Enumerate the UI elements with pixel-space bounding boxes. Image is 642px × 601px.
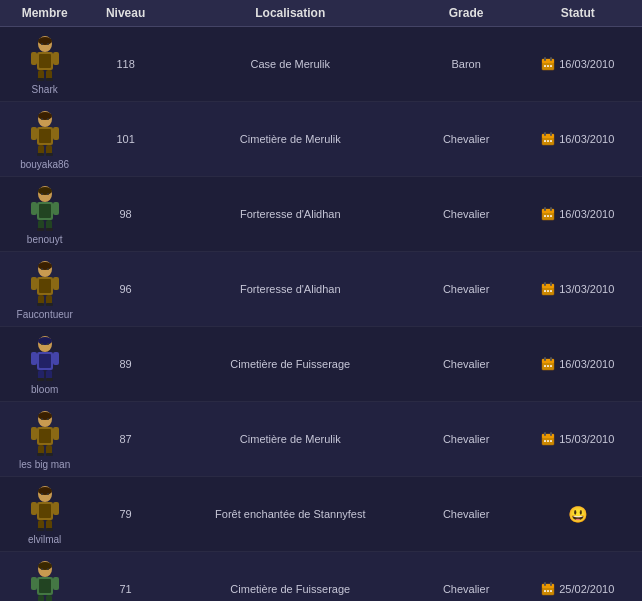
- svg-rect-110: [550, 432, 552, 436]
- membre-cell: elvilmal: [0, 477, 89, 552]
- username-label: bouyaka86: [20, 159, 69, 170]
- niveau-cell: 79: [89, 477, 162, 552]
- svg-rect-141: [550, 582, 552, 586]
- svg-rect-112: [547, 440, 549, 442]
- svg-rect-53: [550, 207, 552, 211]
- svg-point-116: [41, 493, 43, 495]
- statut-cell: 16/03/2010: [514, 177, 642, 252]
- svg-rect-81: [39, 354, 51, 368]
- svg-rect-30: [46, 153, 53, 156]
- table-row: axel101571Cimetière de FuisserageChevali…: [0, 552, 642, 602]
- localisation-cell: Cimetière de Fuisserage: [162, 327, 419, 402]
- statut-date: 16/03/2010: [559, 133, 614, 145]
- svg-rect-75: [550, 290, 552, 292]
- svg-rect-143: [547, 590, 549, 592]
- svg-rect-55: [547, 215, 549, 217]
- svg-point-1: [38, 37, 52, 45]
- grade-cell: Chevalier: [419, 552, 514, 602]
- membre-cell: les big man: [0, 402, 89, 477]
- niveau-cell: 101: [89, 102, 162, 177]
- svg-rect-87: [46, 378, 53, 381]
- svg-rect-11: [46, 78, 53, 81]
- table-body: Shark118Case de MerulikBaron 16/03/2010 …: [0, 27, 642, 602]
- members-table-container: Membre Niveau Localisation Grade Statut …: [0, 0, 642, 601]
- statut-cell: 25/02/2010: [514, 552, 642, 602]
- svg-rect-54: [544, 215, 546, 217]
- svg-rect-142: [544, 590, 546, 592]
- calendar-icon: [541, 282, 555, 296]
- niveau-cell: 71: [89, 552, 162, 602]
- svg-point-41: [47, 193, 49, 195]
- svg-rect-52: [544, 207, 546, 211]
- table-row: les big man87Cimetière de MerulikChevali…: [0, 402, 642, 477]
- svg-rect-82: [31, 352, 37, 365]
- grade-cell: Chevalier: [419, 327, 514, 402]
- svg-rect-100: [39, 429, 51, 443]
- svg-point-20: [38, 112, 52, 120]
- svg-point-127: [38, 562, 52, 570]
- svg-rect-6: [31, 52, 37, 65]
- svg-rect-109: [544, 432, 546, 436]
- grade-cell: Chevalier: [419, 477, 514, 552]
- svg-rect-63: [31, 277, 37, 290]
- svg-rect-26: [53, 127, 59, 140]
- header-niveau: Niveau: [89, 0, 162, 27]
- membre-cell: bloom: [0, 327, 89, 402]
- svg-point-58: [38, 262, 52, 270]
- svg-rect-92: [544, 365, 546, 367]
- svg-rect-18: [550, 65, 552, 67]
- svg-rect-36: [547, 140, 549, 142]
- svg-rect-132: [31, 577, 37, 590]
- svg-point-117: [47, 493, 49, 495]
- svg-rect-121: [53, 502, 59, 515]
- svg-rect-34: [550, 132, 552, 136]
- table-row: Shark118Case de MerulikBaron 16/03/2010: [0, 27, 642, 102]
- svg-rect-45: [53, 202, 59, 215]
- grade-cell: Chevalier: [419, 402, 514, 477]
- svg-rect-113: [550, 440, 552, 442]
- statut-cell: 16/03/2010: [514, 27, 642, 102]
- svg-rect-70: [542, 284, 554, 288]
- svg-point-98: [47, 418, 49, 420]
- statut-date: 16/03/2010: [559, 208, 614, 220]
- calendar-icon: [541, 582, 555, 596]
- localisation-cell: Forêt enchantée de Stannyfest: [162, 477, 419, 552]
- svg-rect-111: [544, 440, 546, 442]
- grade-cell: Chevalier: [419, 102, 514, 177]
- svg-rect-135: [46, 595, 52, 601]
- svg-rect-74: [547, 290, 549, 292]
- header-grade: Grade: [419, 0, 514, 27]
- svg-rect-62: [39, 279, 51, 293]
- svg-rect-14: [544, 57, 546, 61]
- svg-rect-56: [550, 215, 552, 217]
- statut-date: 15/03/2010: [559, 433, 614, 445]
- svg-rect-105: [37, 453, 44, 456]
- svg-rect-131: [39, 579, 51, 593]
- svg-rect-89: [542, 359, 554, 363]
- svg-rect-35: [544, 140, 546, 142]
- svg-rect-15: [550, 57, 552, 61]
- membre-cell: bouyaka86: [0, 102, 89, 177]
- localisation-cell: Cimetière de Merulik: [162, 402, 419, 477]
- svg-point-77: [38, 337, 52, 345]
- username-label: Faucontueur: [17, 309, 73, 320]
- grade-cell: Chevalier: [419, 252, 514, 327]
- svg-rect-94: [550, 365, 552, 367]
- svg-rect-16: [544, 65, 546, 67]
- table-row: bouyaka86101Cimetière de MerulikChevalie…: [0, 102, 642, 177]
- membre-cell: Faucontueur: [0, 252, 89, 327]
- calendar-icon: [541, 432, 555, 446]
- header-localisation: Localisation: [162, 0, 419, 27]
- header-statut: Statut: [514, 0, 642, 27]
- svg-point-79: [47, 343, 49, 345]
- svg-rect-102: [53, 427, 59, 440]
- members-table: Membre Niveau Localisation Grade Statut …: [0, 0, 642, 601]
- svg-point-3: [47, 43, 49, 45]
- svg-point-22: [47, 118, 49, 120]
- svg-rect-91: [550, 357, 552, 361]
- calendar-icon: [541, 132, 555, 146]
- localisation-cell: Cimetière de Fuisserage: [162, 552, 419, 602]
- svg-rect-73: [544, 290, 546, 292]
- svg-rect-44: [31, 202, 37, 215]
- svg-point-115: [38, 487, 52, 495]
